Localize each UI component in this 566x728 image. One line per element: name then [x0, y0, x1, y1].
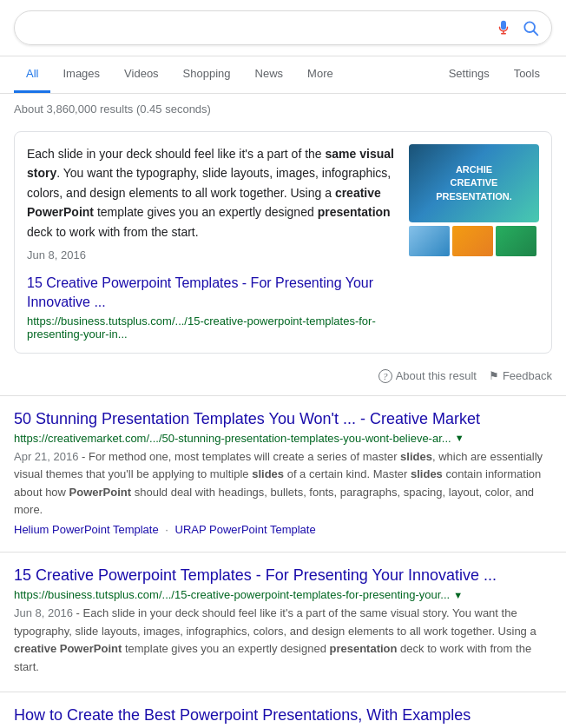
result-1-sub-link-1[interactable]: Helium PowerPoint Template [14, 523, 159, 536]
search-input[interactable]: creative powerpoint presentations [27, 20, 496, 36]
search-button[interactable] [522, 19, 539, 36]
tab-images[interactable]: Images [50, 56, 112, 93]
thumbnail-row [409, 226, 539, 256]
divider-1 [0, 395, 566, 396]
microphone-button[interactable] [496, 18, 511, 37]
featured-url: https://business.tutsplus.com/.../15-cre… [27, 314, 397, 341]
microphone-icon [496, 18, 511, 37]
thumbnail-1[interactable] [409, 226, 450, 256]
search-icons [496, 18, 539, 37]
tab-more[interactable]: More [295, 56, 346, 93]
result-2-date: Jun 8, 2016 [14, 606, 73, 619]
result-1-date: Apr 21, 2016 [14, 450, 78, 463]
tab-settings[interactable]: Settings [437, 56, 502, 93]
about-icon: ? [378, 369, 392, 383]
featured-link: 15 Creative Powerpoint Templates - For P… [27, 274, 397, 341]
results-info: About 3,860,000 results (0.45 seconds) [0, 94, 566, 124]
search-bar-container: creative powerpoint presentations [0, 0, 566, 56]
tab-tools[interactable]: Tools [502, 56, 552, 93]
featured-title-link[interactable]: 15 Creative Powerpoint Templates - For P… [27, 274, 397, 313]
search-icon [522, 19, 539, 36]
result-2-dropdown[interactable]: ▼ [453, 590, 463, 600]
sub-sep-1: · [165, 523, 168, 536]
featured-snippet-text: Each slide in your deck should feel like… [27, 144, 397, 265]
thumbnail-3[interactable] [496, 226, 536, 256]
search-bar: creative powerpoint presentations [14, 10, 552, 45]
result-3-title[interactable]: How to Create the Best Powerpoint Presen… [14, 705, 552, 726]
about-row: ? About this result ⚑ Feedback [0, 364, 566, 392]
result-2: 15 Creative Powerpoint Templates - For P… [0, 556, 566, 688]
tab-all[interactable]: All [14, 56, 50, 93]
about-result-link[interactable]: ? About this result [378, 369, 477, 383]
image-text-line1: ARCHIE [456, 163, 492, 176]
result-3: How to Create the Best Powerpoint Presen… [0, 696, 566, 728]
svg-line-1 [534, 31, 538, 36]
result-2-url: https://business.tutsplus.com/.../15-cre… [14, 588, 450, 601]
result-2-snippet: Jun 8, 2016 - Each slide in your deck sh… [14, 605, 552, 676]
divider-2 [0, 552, 566, 553]
tab-videos[interactable]: Videos [112, 56, 171, 93]
featured-card: Each slide in your deck should feel like… [14, 131, 552, 354]
result-1-snippet: Apr 21, 2016 - For method one, most temp… [14, 448, 552, 520]
result-2-url-row: https://business.tutsplus.com/.../15-cre… [14, 588, 552, 601]
thumbnail-2[interactable] [452, 226, 493, 256]
about-result-label: About this result [396, 369, 477, 382]
tab-shopping[interactable]: Shopping [171, 56, 243, 93]
featured-content: Each slide in your deck should feel like… [27, 144, 397, 341]
result-1-url-row: https://creativemarket.com/.../50-stunni… [14, 432, 552, 445]
nav-right: Settings Tools [437, 56, 552, 93]
featured-main-image[interactable]: ARCHIE CREATIVE PRESENTATION. [409, 144, 539, 222]
image-text-line3: PRESENTATION. [436, 190, 512, 203]
result-1-sub-link-2[interactable]: URAP PowerPoint Template [175, 523, 316, 536]
featured-image-grid: ARCHIE CREATIVE PRESENTATION. [409, 144, 539, 341]
divider-3 [0, 692, 566, 692]
feedback-label: Feedback [503, 369, 552, 382]
result-1-title[interactable]: 50 Stunning Presentation Templates You W… [14, 408, 552, 430]
image-text-line2: CREATIVE [451, 176, 498, 189]
result-2-title[interactable]: 15 Creative Powerpoint Templates - For P… [14, 565, 552, 586]
nav-tabs: All Images Videos Shopping News More Set… [0, 56, 566, 94]
tab-news[interactable]: News [243, 56, 296, 93]
featured-date: Jun 8, 2016 [27, 247, 397, 265]
result-1-sub-links: Helium PowerPoint Template · URAP PowerP… [14, 523, 552, 536]
feedback-icon: ⚑ [489, 369, 499, 382]
result-1-dropdown[interactable]: ▼ [455, 433, 464, 443]
feedback-link[interactable]: ⚑ Feedback [489, 369, 552, 382]
result-1-url: https://creativemarket.com/.../50-stunni… [14, 432, 451, 445]
result-1: 50 Stunning Presentation Templates You W… [0, 400, 566, 548]
